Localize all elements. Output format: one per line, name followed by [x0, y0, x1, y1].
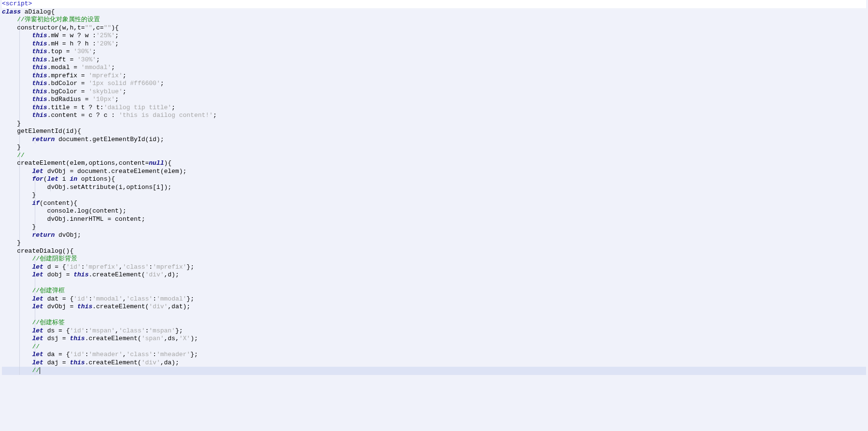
code-line[interactable]: //创建弹框: [2, 287, 866, 295]
code-line[interactable]: let dsj = this.createElement('span',ds,'…: [2, 335, 866, 343]
code-text: createElement(elem,options,content=null)…: [2, 159, 171, 167]
code-line[interactable]: this.bdColor = '1px solid #ff6600';: [2, 80, 866, 88]
code-line[interactable]: //: [2, 152, 866, 160]
code-line[interactable]: }: [2, 191, 866, 200]
code-text: dvObj.innerHTML = content;: [2, 216, 145, 223]
token-plain: [2, 303, 32, 310]
code-line[interactable]: createElement(elem,options,content=null)…: [2, 159, 866, 168]
token-plain: [2, 32, 32, 39]
code-line[interactable]: <script>: [2, 0, 866, 8]
token-str: 'class': [119, 327, 145, 334]
code-line[interactable]: this.mH = h ? h :'20%';: [2, 40, 866, 48]
code-line[interactable]: [2, 279, 866, 287]
token-plain: dsj =: [43, 335, 70, 342]
token-plain: .left =: [47, 56, 77, 63]
code-line[interactable]: this.top = '30%';: [2, 48, 866, 56]
code-editor[interactable]: <script>class aDialog{ //弹窗初始化对象属性的设置 co…: [0, 0, 868, 431]
code-line[interactable]: class aDialog{: [2, 8, 866, 16]
token-cmt: //创建阴影背景: [32, 255, 77, 262]
code-line[interactable]: let dvObj = this.createElement('div',dat…: [2, 303, 866, 311]
code-line[interactable]: this.left = '30%';: [2, 56, 866, 64]
code-line[interactable]: //创建阴影背景: [2, 255, 866, 263]
code-line[interactable]: getElementId(id){: [2, 128, 866, 136]
token-plain: .top =: [47, 48, 74, 55]
code-line[interactable]: return document.getElementById(id);: [2, 136, 866, 144]
code-line[interactable]: this.title = t ? t:'dailog tip title';: [2, 104, 866, 112]
code-line[interactable]: }: [2, 120, 866, 128]
token-plain: (content){: [40, 200, 77, 207]
token-plain: };: [190, 351, 198, 358]
code-line[interactable]: this.bdRadius = '10px';: [2, 96, 866, 104]
code-line[interactable]: }: [2, 223, 866, 231]
token-plain: ;: [213, 112, 217, 119]
token-plain: dvObj = document.createElement(elem);: [43, 168, 186, 175]
token-plain: ,: [123, 351, 127, 358]
code-line[interactable]: let ds = {'id':'mspan','class':'mspan'};: [2, 327, 866, 335]
token-plain: [2, 175, 32, 183]
code-line[interactable]: //: [2, 367, 866, 375]
code-text: let d = {'id':'mprefix','class':'mprefix…: [2, 263, 194, 271]
token-plain: dvObj.innerHTML = content;: [2, 216, 145, 223]
code-line[interactable]: if(content){: [2, 200, 866, 208]
code-line[interactable]: //创建标签: [2, 319, 866, 327]
code-line[interactable]: return dvObj;: [2, 231, 866, 240]
code-text: this.bgColor = 'skyblue';: [2, 88, 127, 95]
code-line[interactable]: //: [2, 343, 866, 351]
code-line[interactable]: constructor(w,h,t="",c=""){: [2, 24, 866, 32]
token-plain: :: [153, 351, 157, 358]
token-plain: .title = t ? t:: [47, 104, 104, 111]
token-str: '25%': [96, 32, 115, 39]
code-line[interactable]: for(let i in options){: [2, 175, 866, 184]
code-line[interactable]: this.content = c ? c : 'this is dailog c…: [2, 112, 866, 120]
token-plain: [2, 112, 32, 119]
code-line[interactable]: console.log(content);: [2, 207, 866, 216]
token-plain: [2, 80, 32, 87]
token-plain: [2, 335, 32, 342]
token-plain: ;: [115, 40, 119, 47]
code-line[interactable]: let dobj = this.createElement('div',d);: [2, 271, 866, 279]
code-line[interactable]: [2, 311, 866, 319]
token-plain: constructor(w,h,t=: [2, 24, 85, 31]
code-line[interactable]: let daj = this.createElement('div',da);: [2, 359, 866, 367]
token-str: 'class': [123, 263, 149, 271]
code-text: if(content){: [2, 200, 77, 207]
code-line[interactable]: this.mprefix = 'mprefix';: [2, 72, 866, 80]
token-plain: ,: [115, 327, 119, 334]
token-plain: [2, 104, 32, 111]
code-text: this.title = t ? t:'dailog tip title';: [2, 104, 175, 111]
code-text: for(let i in options){: [2, 175, 115, 183]
code-text: this.modal = 'mmodal';: [2, 64, 115, 71]
code-line[interactable]: let dat = {'id':'mmodal','class':'mmodal…: [2, 295, 866, 303]
code-line[interactable]: let da = {'id':'mheader','class':'mheade…: [2, 351, 866, 359]
code-text: this.left = '30%';: [2, 56, 100, 63]
token-kw: let: [32, 327, 43, 334]
token-plain: createElement(elem,options,content=: [2, 159, 149, 167]
token-kw: let: [32, 303, 43, 310]
code-line[interactable]: let dvObj = document.createElement(elem)…: [2, 168, 866, 176]
token-plain: .createElement(: [85, 359, 142, 366]
code-line[interactable]: //弹窗初始化对象属性的设置: [2, 16, 866, 24]
code-line[interactable]: dvObj.setAttribute(i,options[i]);: [2, 184, 866, 192]
token-kw: let: [32, 335, 43, 342]
token-kw: null: [149, 159, 164, 167]
code-line[interactable]: createDialog(){: [2, 247, 866, 256]
token-kw: this: [32, 64, 47, 71]
token-kw: this: [32, 96, 47, 103]
token-plain: [2, 295, 32, 302]
token-kw: let: [32, 263, 43, 271]
token-plain: ,d);: [164, 271, 179, 278]
code-line[interactable]: this.bgColor = 'skyblue';: [2, 88, 866, 96]
code-text: }: [2, 120, 21, 127]
code-text: //创建阴影背景: [2, 255, 77, 262]
token-plain: dobj =: [43, 271, 73, 278]
code-line[interactable]: }: [2, 144, 866, 152]
token-cmt: //创建标签: [32, 319, 65, 326]
token-tag: <script>: [2, 0, 32, 7]
token-kw: this: [73, 271, 88, 278]
code-line[interactable]: this.mW = w ? w :'25%';: [2, 32, 866, 40]
code-text: }: [2, 144, 21, 151]
code-line[interactable]: dvObj.innerHTML = content;: [2, 216, 866, 224]
code-line[interactable]: }: [2, 239, 866, 247]
code-line[interactable]: this.modal = 'mmodal';: [2, 64, 866, 72]
code-line[interactable]: let d = {'id':'mprefix','class':'mprefix…: [2, 263, 866, 272]
